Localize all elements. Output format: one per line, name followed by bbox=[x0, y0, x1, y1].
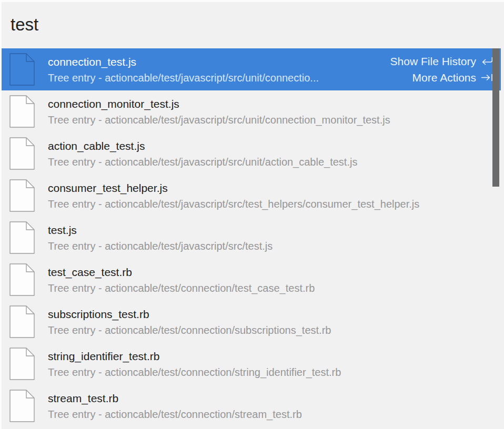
quick-search-window: connection_test.js Tree entry - actionca… bbox=[0, 0, 504, 429]
scrollbar-thumb[interactable] bbox=[492, 48, 499, 187]
result-row[interactable]: consumer_test_helper.js Tree entry - act… bbox=[2, 175, 501, 217]
result-subtitle: Tree entry - actioncable/test/connection… bbox=[48, 322, 331, 338]
result-subtitle: Tree entry - actioncable/test/connection… bbox=[48, 364, 341, 380]
result-row[interactable]: stream_test.rb Tree entry - actioncable/… bbox=[2, 385, 501, 427]
row-actions: Show File History More Actions bbox=[390, 53, 501, 86]
result-subtitle: Tree entry - actioncable/test/javascript… bbox=[48, 196, 419, 212]
file-icon bbox=[9, 263, 35, 296]
result-subtitle: Tree entry - actioncable/test/javascript… bbox=[48, 112, 390, 128]
result-title: test.js bbox=[48, 222, 273, 238]
file-icon bbox=[9, 53, 35, 86]
file-icon bbox=[9, 348, 35, 380]
result-title: test_case_test.rb bbox=[48, 264, 315, 280]
file-icon bbox=[9, 137, 35, 170]
result-text: consumer_test_helper.js Tree entry - act… bbox=[48, 180, 419, 212]
result-subtitle: Tree entry - actioncable/test/connection… bbox=[48, 280, 315, 296]
result-row[interactable]: test.js Tree entry - actioncable/test/ja… bbox=[2, 217, 501, 259]
more-actions-label: More Actions bbox=[412, 69, 476, 86]
result-row[interactable]: action_cable_test.js Tree entry - action… bbox=[2, 132, 501, 175]
result-title: action_cable_test.js bbox=[48, 138, 357, 154]
result-text: connection_monitor_test.js Tree entry - … bbox=[48, 96, 390, 128]
result-text: connection_test.js Tree entry - actionca… bbox=[48, 54, 319, 86]
result-text: stream_test.rb Tree entry - actioncable/… bbox=[48, 390, 302, 422]
file-icon bbox=[9, 390, 35, 422]
result-text: action_cable_test.js Tree entry - action… bbox=[48, 138, 357, 170]
result-subtitle: Tree entry - actioncable/test/connection… bbox=[48, 406, 302, 422]
result-title: connection_monitor_test.js bbox=[48, 96, 390, 112]
result-title: subscriptions_test.rb bbox=[48, 306, 331, 322]
result-title: consumer_test_helper.js bbox=[48, 180, 419, 196]
result-text: string_identifier_test.rb Tree entry - a… bbox=[48, 348, 341, 380]
search-header bbox=[2, 2, 501, 47]
result-title: connection_test.js bbox=[48, 54, 319, 70]
enter-key-icon bbox=[481, 57, 493, 66]
result-text: test_case_test.rb Tree entry - actioncab… bbox=[48, 264, 315, 296]
result-title: string_identifier_test.rb bbox=[48, 348, 341, 364]
result-subtitle: Tree entry - actioncable/test/javascript… bbox=[48, 154, 357, 170]
window-edge-top bbox=[0, 0, 504, 2]
result-row[interactable]: connection_monitor_test.js Tree entry - … bbox=[2, 90, 501, 132]
result-row[interactable]: test_case_test.rb Tree entry - actioncab… bbox=[2, 259, 501, 301]
show-file-history-action[interactable]: Show File History bbox=[390, 53, 493, 69]
show-file-history-label: Show File History bbox=[390, 53, 476, 69]
window-edge-left bbox=[0, 0, 2, 429]
result-text: subscriptions_test.rb Tree entry - actio… bbox=[48, 306, 331, 338]
result-row[interactable]: string_identifier_test.rb Tree entry - a… bbox=[2, 343, 501, 385]
result-row[interactable]: connection_test.js Tree entry - actionca… bbox=[2, 48, 501, 90]
file-icon bbox=[9, 179, 35, 212]
file-icon bbox=[9, 95, 35, 128]
result-title: stream_test.rb bbox=[48, 390, 302, 406]
file-icon bbox=[9, 221, 35, 254]
tab-key-icon bbox=[481, 73, 493, 82]
results-list: connection_test.js Tree entry - actionca… bbox=[2, 48, 501, 427]
result-row[interactable]: subscriptions_test.rb Tree entry - actio… bbox=[2, 301, 501, 343]
more-actions-action[interactable]: More Actions bbox=[412, 69, 493, 86]
result-text: test.js Tree entry - actioncable/test/ja… bbox=[48, 222, 273, 254]
result-subtitle: Tree entry - actioncable/test/javascript… bbox=[48, 70, 319, 86]
file-icon bbox=[9, 305, 35, 338]
result-subtitle: Tree entry - actioncable/test/javascript… bbox=[48, 238, 273, 254]
search-input[interactable] bbox=[2, 2, 501, 47]
